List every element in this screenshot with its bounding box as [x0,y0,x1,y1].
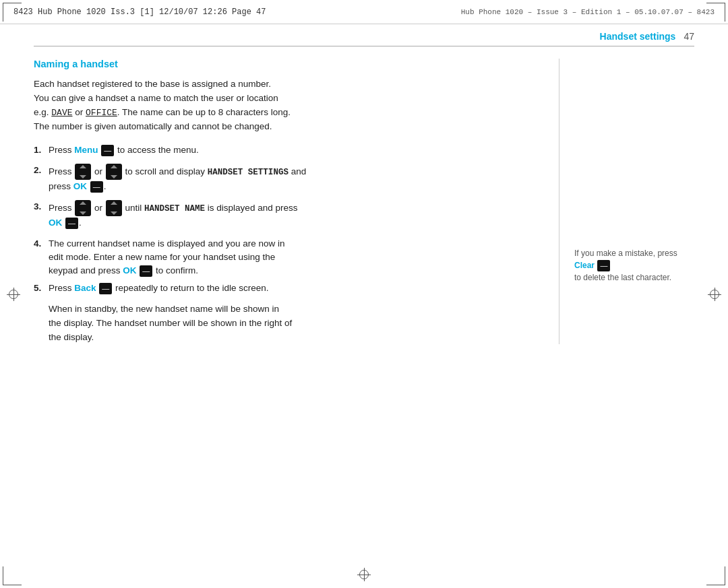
step-2-content: Press or to scroll and display HANDSET S… [49,164,545,193]
side-note-clear-btn: — [597,260,610,271]
step-2-ok-btn: — [90,181,103,193]
page-area: Handset settings 47 Naming a handset Eac… [34,24,694,568]
intro-paragraph: Each handset registered to the base is a… [34,77,545,134]
step-5-content: Press Back — repeatedly to return to the… [49,282,545,295]
example-office: OFFICE [86,108,117,118]
step-3-num: 3. [34,200,49,214]
header-bar: 8423 Hub Phone 1020 Iss.3 [1] 12/10/07 1… [0,0,728,24]
step-2-ok-label: OK [73,181,87,191]
step-4-ok-label: OK [123,265,136,275]
step-4-content: The current handset name is displayed an… [49,237,545,278]
step-3-or: or [94,203,105,213]
side-column: If you make a mistake, press Clear — to … [559,59,694,344]
corner-mark-bl [3,566,22,585]
step-3-display: HANDSET NAME [144,204,205,214]
header-left-text: 8423 Hub Phone 1020 Iss.3 [1] 12/10/07 1… [13,7,266,17]
example-dave: DAVE [51,108,72,118]
crosshair-left [7,288,20,301]
step-5-num: 5. [34,282,49,295]
header-center-text: Hub Phone 1020 – Issue 3 – Edition 1 – 0… [461,8,715,16]
step-5: 5. Press Back — repeatedly to return to … [34,282,545,295]
step-1-content: Press Menu — to access the menu. [49,143,545,157]
crosshair-bottom [357,568,371,581]
nav-icon-up-right [106,164,122,180]
corner-mark-br [706,566,725,585]
content-area: Naming a handset Each handset registered… [34,46,694,344]
nav-icon-up-left [75,164,91,180]
step-3: 3. Press or until HANDSET NAME is displ [34,200,545,230]
crosshair-right [708,288,721,301]
step-2: 2. Press or to scroll and [34,164,545,193]
step-2-num: 2. [34,164,49,177]
page-header: Handset settings 47 [34,24,694,46]
steps-list: 1. Press Menu — to access the menu. 2. P… [34,143,545,296]
main-column: Naming a handset Each handset registered… [34,59,559,344]
step-5-note: When in standby, the new handset name wi… [49,302,545,345]
step-2-or: or [94,166,105,176]
step-3-ok-label: OK [49,218,62,228]
side-note-clear-label: Clear [574,261,595,270]
step-1-num: 1. [34,143,49,157]
step-4-num: 4. [34,237,49,251]
or-text: or [75,107,86,117]
step-4: 4. The current handset name is displayed… [34,237,545,278]
step-4-ok-btn: — [140,265,152,277]
page-title: Handset settings [600,31,676,42]
step-5-back-btn: — [99,283,112,294]
step-3-ok-btn: — [65,218,78,229]
page-number: 47 [684,31,694,42]
side-note: If you make a mistake, press Clear — to … [574,247,694,284]
step-3-content: Press or until HANDSET NAME is displayed… [49,200,545,230]
nav-icon-3-left [75,200,91,216]
step-1-menu-btn: — [101,145,114,156]
section-heading: Naming a handset [34,59,545,69]
nav-icon-3-right [106,200,122,216]
step-5-back-label: Back [74,283,96,293]
step-1: 1. Press Menu — to access the menu. [34,143,545,157]
step-2-display: HANDSET SETTINGS [208,168,289,177]
step-1-menu-label: Menu [74,145,98,155]
